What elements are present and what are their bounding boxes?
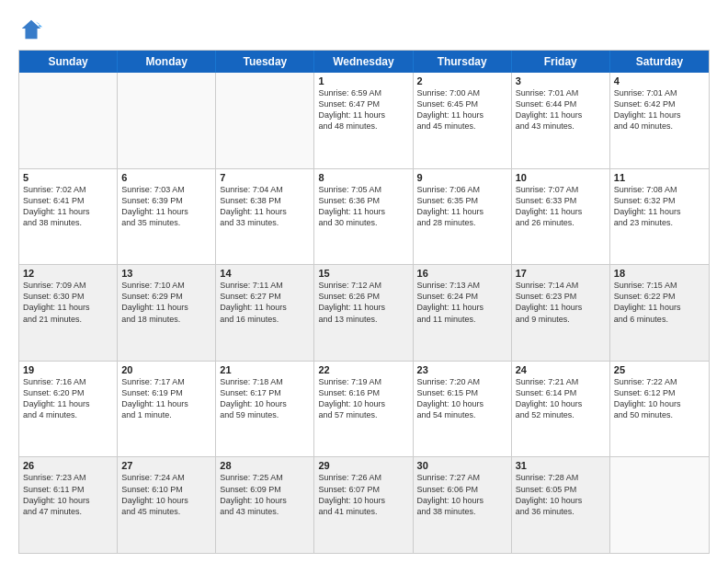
cell-info: Sunrise: 7:23 AM Sunset: 6:11 PM Dayligh… <box>23 472 113 517</box>
header-cell-thursday: Thursday <box>414 51 512 73</box>
day-number: 31 <box>516 460 606 471</box>
day-number: 7 <box>220 172 310 183</box>
cal-cell-3-7: 18Sunrise: 7:15 AM Sunset: 6:22 PM Dayli… <box>610 265 709 361</box>
cal-cell-3-4: 15Sunrise: 7:12 AM Sunset: 6:26 PM Dayli… <box>314 265 413 361</box>
day-number: 25 <box>614 364 705 375</box>
cal-cell-2-4: 8Sunrise: 7:05 AM Sunset: 6:36 PM Daylig… <box>314 169 413 265</box>
cell-info: Sunrise: 7:09 AM Sunset: 6:30 PM Dayligh… <box>23 280 113 325</box>
cell-info: Sunrise: 7:27 AM Sunset: 6:06 PM Dayligh… <box>417 472 507 517</box>
week-row-5: 26Sunrise: 7:23 AM Sunset: 6:11 PM Dayli… <box>19 457 709 553</box>
day-number: 22 <box>318 364 408 375</box>
cell-info: Sunrise: 7:05 AM Sunset: 6:36 PM Dayligh… <box>318 184 408 229</box>
calendar: SundayMondayTuesdayWednesdayThursdayFrid… <box>18 50 710 554</box>
day-number: 24 <box>516 364 606 375</box>
cell-info: Sunrise: 6:59 AM Sunset: 6:47 PM Dayligh… <box>318 87 408 132</box>
header-cell-wednesday: Wednesday <box>314 51 413 73</box>
cell-info: Sunrise: 7:01 AM Sunset: 6:44 PM Dayligh… <box>516 87 606 132</box>
cal-cell-4-5: 23Sunrise: 7:20 AM Sunset: 6:15 PM Dayli… <box>414 362 512 457</box>
cal-cell-5-5: 30Sunrise: 7:27 AM Sunset: 6:06 PM Dayli… <box>414 457 512 553</box>
cell-info: Sunrise: 7:14 AM Sunset: 6:23 PM Dayligh… <box>516 280 606 325</box>
week-row-2: 5Sunrise: 7:02 AM Sunset: 6:41 PM Daylig… <box>19 169 709 266</box>
calendar-body: 1Sunrise: 6:59 AM Sunset: 6:47 PM Daylig… <box>19 73 709 553</box>
cell-info: Sunrise: 7:18 AM Sunset: 6:17 PM Dayligh… <box>220 376 310 421</box>
header-cell-sunday: Sunday <box>19 51 118 73</box>
day-number: 18 <box>614 268 705 279</box>
cal-cell-1-5: 2Sunrise: 7:00 AM Sunset: 6:45 PM Daylig… <box>414 73 512 168</box>
cal-cell-2-1: 5Sunrise: 7:02 AM Sunset: 6:41 PM Daylig… <box>19 169 118 265</box>
cal-cell-1-7: 4Sunrise: 7:01 AM Sunset: 6:42 PM Daylig… <box>610 73 709 168</box>
header-cell-saturday: Saturday <box>610 51 709 73</box>
cal-cell-3-5: 16Sunrise: 7:13 AM Sunset: 6:24 PM Dayli… <box>414 265 512 361</box>
cal-cell-1-4: 1Sunrise: 6:59 AM Sunset: 6:47 PM Daylig… <box>314 73 413 168</box>
cal-cell-1-1 <box>19 73 118 168</box>
cell-info: Sunrise: 7:02 AM Sunset: 6:41 PM Dayligh… <box>23 184 113 229</box>
cal-cell-3-1: 12Sunrise: 7:09 AM Sunset: 6:30 PM Dayli… <box>19 265 118 361</box>
day-number: 12 <box>23 268 113 279</box>
cal-cell-1-6: 3Sunrise: 7:01 AM Sunset: 6:44 PM Daylig… <box>512 73 610 168</box>
cell-info: Sunrise: 7:26 AM Sunset: 6:07 PM Dayligh… <box>318 472 408 517</box>
day-number: 21 <box>220 364 310 375</box>
cal-cell-3-3: 14Sunrise: 7:11 AM Sunset: 6:27 PM Dayli… <box>216 265 314 361</box>
cell-info: Sunrise: 7:17 AM Sunset: 6:19 PM Dayligh… <box>121 376 211 421</box>
cal-cell-5-2: 27Sunrise: 7:24 AM Sunset: 6:10 PM Dayli… <box>118 457 216 553</box>
header-cell-friday: Friday <box>512 51 610 73</box>
cell-info: Sunrise: 7:16 AM Sunset: 6:20 PM Dayligh… <box>23 376 113 421</box>
cal-cell-2-5: 9Sunrise: 7:06 AM Sunset: 6:35 PM Daylig… <box>414 169 512 265</box>
cal-cell-2-3: 7Sunrise: 7:04 AM Sunset: 6:38 PM Daylig… <box>216 169 314 265</box>
cal-cell-2-7: 11Sunrise: 7:08 AM Sunset: 6:32 PM Dayli… <box>610 169 709 265</box>
cal-cell-2-2: 6Sunrise: 7:03 AM Sunset: 6:39 PM Daylig… <box>118 169 216 265</box>
cell-info: Sunrise: 7:12 AM Sunset: 6:26 PM Dayligh… <box>318 280 408 325</box>
cal-cell-3-6: 17Sunrise: 7:14 AM Sunset: 6:23 PM Dayli… <box>512 265 610 361</box>
cell-info: Sunrise: 7:24 AM Sunset: 6:10 PM Dayligh… <box>121 472 211 517</box>
cell-info: Sunrise: 7:25 AM Sunset: 6:09 PM Dayligh… <box>220 472 310 517</box>
cal-cell-5-7 <box>610 457 709 553</box>
cell-info: Sunrise: 7:20 AM Sunset: 6:15 PM Dayligh… <box>417 376 507 421</box>
day-number: 8 <box>318 172 408 183</box>
day-number: 11 <box>614 172 705 183</box>
day-number: 23 <box>417 364 507 375</box>
cell-info: Sunrise: 7:13 AM Sunset: 6:24 PM Dayligh… <box>417 280 507 325</box>
day-number: 14 <box>220 268 310 279</box>
svg-marker-1 <box>22 20 41 40</box>
cal-cell-4-1: 19Sunrise: 7:16 AM Sunset: 6:20 PM Dayli… <box>19 362 118 457</box>
cal-cell-1-3 <box>216 73 314 168</box>
cell-info: Sunrise: 7:07 AM Sunset: 6:33 PM Dayligh… <box>516 184 606 229</box>
week-row-3: 12Sunrise: 7:09 AM Sunset: 6:30 PM Dayli… <box>19 265 709 362</box>
week-row-4: 19Sunrise: 7:16 AM Sunset: 6:20 PM Dayli… <box>19 362 709 458</box>
cell-info: Sunrise: 7:06 AM Sunset: 6:35 PM Dayligh… <box>417 184 507 229</box>
cell-info: Sunrise: 7:15 AM Sunset: 6:22 PM Dayligh… <box>614 280 705 325</box>
day-number: 30 <box>417 460 507 471</box>
cal-cell-3-2: 13Sunrise: 7:10 AM Sunset: 6:29 PM Dayli… <box>118 265 216 361</box>
day-number: 17 <box>516 268 606 279</box>
day-number: 6 <box>121 172 211 183</box>
cal-cell-4-4: 22Sunrise: 7:19 AM Sunset: 6:16 PM Dayli… <box>314 362 413 457</box>
cell-info: Sunrise: 7:00 AM Sunset: 6:45 PM Dayligh… <box>417 87 507 132</box>
cal-cell-2-6: 10Sunrise: 7:07 AM Sunset: 6:33 PM Dayli… <box>512 169 610 265</box>
calendar-header: SundayMondayTuesdayWednesdayThursdayFrid… <box>19 51 709 73</box>
week-row-1: 1Sunrise: 6:59 AM Sunset: 6:47 PM Daylig… <box>19 73 709 169</box>
day-number: 4 <box>614 75 705 86</box>
day-number: 10 <box>516 172 606 183</box>
cell-info: Sunrise: 7:11 AM Sunset: 6:27 PM Dayligh… <box>220 280 310 325</box>
day-number: 13 <box>121 268 211 279</box>
day-number: 16 <box>417 268 507 279</box>
header-cell-tuesday: Tuesday <box>216 51 314 73</box>
cell-info: Sunrise: 7:28 AM Sunset: 6:05 PM Dayligh… <box>516 472 606 517</box>
cell-info: Sunrise: 7:21 AM Sunset: 6:14 PM Dayligh… <box>516 376 606 421</box>
cal-cell-5-3: 28Sunrise: 7:25 AM Sunset: 6:09 PM Dayli… <box>216 457 314 553</box>
header-cell-monday: Monday <box>118 51 216 73</box>
logo-icon <box>18 17 44 42</box>
day-number: 9 <box>417 172 507 183</box>
day-number: 29 <box>318 460 408 471</box>
day-number: 28 <box>220 460 310 471</box>
cal-cell-4-6: 24Sunrise: 7:21 AM Sunset: 6:14 PM Dayli… <box>512 362 610 457</box>
cell-info: Sunrise: 7:03 AM Sunset: 6:39 PM Dayligh… <box>121 184 211 229</box>
cell-info: Sunrise: 7:08 AM Sunset: 6:32 PM Dayligh… <box>614 184 705 229</box>
day-number: 26 <box>23 460 113 471</box>
day-number: 20 <box>121 364 211 375</box>
header <box>18 17 710 42</box>
cell-info: Sunrise: 7:04 AM Sunset: 6:38 PM Dayligh… <box>220 184 310 229</box>
cell-info: Sunrise: 7:22 AM Sunset: 6:12 PM Dayligh… <box>614 376 705 421</box>
cal-cell-5-1: 26Sunrise: 7:23 AM Sunset: 6:11 PM Dayli… <box>19 457 118 553</box>
cal-cell-5-4: 29Sunrise: 7:26 AM Sunset: 6:07 PM Dayli… <box>314 457 413 553</box>
